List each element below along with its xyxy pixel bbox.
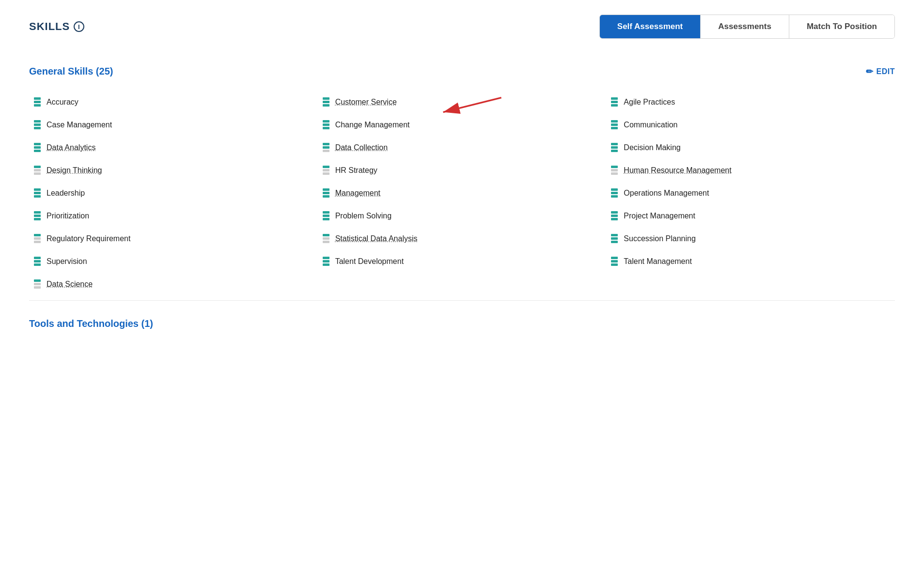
edit-button[interactable]: ✏ EDIT (866, 66, 895, 77)
skill-name: Design Thinking (47, 166, 102, 175)
skill-name: Statistical Data Analysis (335, 234, 418, 243)
skill-talent-development: Talent Development (318, 250, 607, 273)
skill-project-management: Project Management (606, 204, 895, 227)
skill-name: Case Management (47, 121, 112, 129)
skill-data-analytics: Data Analytics (29, 136, 318, 159)
skill-level-icon (34, 211, 41, 220)
skill-level-icon (34, 120, 41, 129)
skill-name: Operations Management (624, 189, 709, 198)
skill-level-icon (611, 166, 618, 175)
skill-level-icon (323, 97, 329, 107)
skill-name: Management (335, 189, 380, 198)
skill-agile-practices: Agile Practices (606, 91, 895, 113)
skill-communication: Communication (606, 113, 895, 136)
skill-name: Talent Development (335, 257, 404, 266)
svg-line-1 (443, 98, 501, 112)
skill-level-icon (611, 188, 618, 198)
skill-customer-service: Customer Service (318, 91, 607, 113)
skill-hr-strategy: HR Strategy (318, 159, 607, 182)
skill-statistical-data-analysis: Statistical Data Analysis (318, 227, 607, 250)
edit-icon: ✏ (866, 66, 874, 77)
skill-leadership: Leadership (29, 182, 318, 204)
skill-level-icon (611, 211, 618, 220)
tab-bar: Self Assessment Assessments Match To Pos… (599, 15, 895, 39)
skill-level-icon (323, 188, 329, 198)
skill-name: Regulatory Requirement (47, 234, 130, 243)
skill-level-icon (34, 143, 41, 152)
skill-name: Data Science (47, 280, 93, 289)
info-icon[interactable]: i (74, 21, 84, 32)
skill-name: Leadership (47, 189, 85, 198)
section-divider (29, 300, 895, 301)
skill-data-collection: Data Collection (318, 136, 607, 159)
tools-section: Tools and Technologies (1) (29, 318, 895, 329)
skill-name: Data Collection (335, 143, 388, 152)
skill-level-icon (34, 166, 41, 175)
skill-name: Communication (624, 121, 677, 129)
skills-column-1: Accuracy Case Management Data Analytics (29, 91, 318, 295)
skill-name: Succession Planning (624, 234, 696, 243)
skill-level-icon (34, 188, 41, 198)
skill-accuracy: Accuracy (29, 91, 318, 113)
skill-operations-management: Operations Management (606, 182, 895, 204)
skill-level-icon (323, 120, 329, 129)
skill-supervision: Supervision (29, 250, 318, 273)
skill-name: Human Resource Management (624, 166, 731, 175)
skill-level-icon (323, 257, 329, 266)
page-title: SKILLS i (29, 20, 84, 33)
skill-succession-planning: Succession Planning (606, 227, 895, 250)
skills-grid: Accuracy Case Management Data Analytics (29, 91, 895, 295)
skill-level-icon (611, 234, 618, 243)
skill-name: Customer Service (335, 98, 397, 107)
tools-section-header: Tools and Technologies (1) (29, 318, 895, 329)
skill-level-icon (611, 120, 618, 129)
skill-level-icon (323, 143, 329, 152)
skills-column-3: Agile Practices Communication Decision M… (606, 91, 895, 295)
skills-column-2: Customer Service Change Ma (318, 91, 607, 295)
skill-name: HR Strategy (335, 166, 377, 175)
skill-level-icon (323, 166, 329, 175)
skill-level-icon (34, 97, 41, 107)
skill-name: Prioritization (47, 212, 89, 220)
skill-design-thinking: Design Thinking (29, 159, 318, 182)
skill-level-icon (611, 97, 618, 107)
skill-talent-management: Talent Management (606, 250, 895, 273)
skill-problem-solving: Problem Solving (318, 204, 607, 227)
skill-name: Supervision (47, 257, 87, 266)
skill-prioritization: Prioritization (29, 204, 318, 227)
skill-change-management: Change Management (318, 113, 607, 136)
skill-name: Accuracy (47, 98, 78, 107)
skill-regulatory-requirement: Regulatory Requirement (29, 227, 318, 250)
skill-name: Data Analytics (47, 143, 95, 152)
skill-level-icon (611, 257, 618, 266)
tab-assessments[interactable]: Assessments (701, 15, 789, 38)
skill-human-resource-management: Human Resource Management (606, 159, 895, 182)
general-skills-section-header: General Skills (25) ✏ EDIT (29, 66, 895, 77)
skill-name: Problem Solving (335, 212, 392, 220)
skill-name: Talent Management (624, 257, 692, 266)
skill-level-icon (323, 234, 329, 243)
title-text: SKILLS (29, 20, 70, 33)
edit-label: EDIT (877, 67, 895, 76)
skill-name: Agile Practices (624, 98, 675, 107)
skill-level-icon (34, 257, 41, 266)
skill-name: Project Management (624, 212, 695, 220)
skill-level-icon (611, 143, 618, 152)
skill-level-icon (323, 211, 329, 220)
skill-data-science: Data Science (29, 273, 318, 295)
skill-management: Management (318, 182, 607, 204)
general-skills-title: General Skills (25) (29, 66, 113, 77)
skill-name: Change Management (335, 121, 410, 129)
page-header: SKILLS i Self Assessment Assessments Mat… (29, 15, 895, 48)
tools-section-title: Tools and Technologies (1) (29, 318, 153, 329)
skill-case-management: Case Management (29, 113, 318, 136)
skill-decision-making: Decision Making (606, 136, 895, 159)
skill-level-icon (34, 234, 41, 243)
tab-match-to-position[interactable]: Match To Position (789, 15, 894, 38)
skill-name: Decision Making (624, 143, 680, 152)
tab-self-assessment[interactable]: Self Assessment (600, 15, 701, 38)
skill-level-icon (34, 279, 41, 289)
